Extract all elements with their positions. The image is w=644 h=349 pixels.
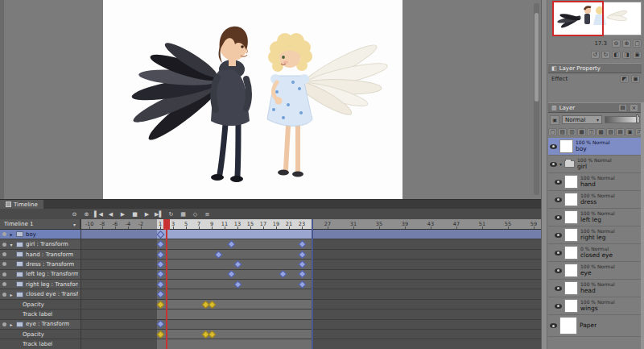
- timeline-track-row[interactable]: [80, 320, 541, 330]
- timeline-track-label[interactable]: right leg : Transform: [0, 280, 80, 289]
- layer-row[interactable]: Paper: [548, 315, 642, 337]
- track-caret-icon[interactable]: ▸: [9, 322, 14, 327]
- track-enable-icon[interactable]: [2, 322, 6, 326]
- clip-to-layer-below-icon[interactable]: ▩: [597, 128, 605, 136]
- timeline-track-label[interactable]: left leg : Transform: [0, 270, 80, 280]
- layer-property-header[interactable]: ◧ Layer Property: [548, 63, 642, 73]
- timeline-track-row[interactable]: [80, 300, 541, 310]
- timeline-track-label[interactable]: hand : Transform: [0, 250, 80, 260]
- timeline-track-area[interactable]: [80, 230, 541, 349]
- blend-mode-select[interactable]: Normal ▾: [562, 115, 602, 124]
- timeline-track-label[interactable]: ▾girl : Transform: [0, 239, 80, 249]
- timeline-track-label[interactable]: ▸closed eye : Transform: [0, 289, 80, 299]
- new-raster-layer-icon[interactable]: ▢: [548, 128, 557, 136]
- timeline-track-row[interactable]: [80, 280, 541, 289]
- canvas-document[interactable]: [103, 0, 402, 199]
- visibility-eye-icon[interactable]: [555, 268, 562, 273]
- visibility-eye-icon[interactable]: [550, 323, 557, 328]
- visibility-eye-icon[interactable]: [555, 286, 562, 291]
- visibility-eye-icon[interactable]: [555, 304, 562, 309]
- timeline-track-row[interactable]: [80, 260, 541, 269]
- nav-rotate-right-icon[interactable]: ↻: [601, 51, 610, 59]
- skip-to-end-icon[interactable]: ▶▌: [154, 210, 164, 218]
- stop-icon[interactable]: ■: [130, 210, 140, 218]
- new-folder-icon[interactable]: ▥: [568, 128, 576, 136]
- timeline-track-label[interactable]: ▸boy: [0, 230, 80, 239]
- layer-row[interactable]: 100 % Normalboy: [548, 138, 642, 156]
- timeline-selector-dropdown[interactable]: Timeline 1 ▾: [0, 219, 80, 230]
- layer-row[interactable]: 100 % Normalwings: [548, 297, 642, 315]
- timeline-track-row[interactable]: [80, 270, 541, 280]
- timeline-track-row[interactable]: [80, 330, 541, 339]
- timeline-track-row[interactable]: [80, 250, 541, 260]
- canvas-vertical-scrollbar-thumb[interactable]: [535, 13, 539, 102]
- zoom-out-icon[interactable]: ⊖: [69, 210, 80, 218]
- onion-skin-icon[interactable]: ▦: [178, 210, 188, 218]
- lock-layer-icon[interactable]: ▨: [606, 128, 615, 136]
- track-enable-icon[interactable]: [2, 282, 6, 286]
- timeline-track-label[interactable]: Opacity: [0, 300, 80, 310]
- nav-fit-screen-icon[interactable]: ▢: [633, 39, 642, 48]
- nav-flip-vertical-icon[interactable]: ◨: [622, 51, 631, 59]
- timeline-tab[interactable]: Timeline: [0, 200, 43, 209]
- nav-zoom-in-icon[interactable]: ⊕: [622, 39, 631, 48]
- track-enable-icon[interactable]: [2, 293, 6, 297]
- layer-row[interactable]: 100 % Normalright leg: [548, 226, 642, 244]
- layer-list-scrollbar[interactable]: [641, 102, 644, 349]
- nav-rotate-left-icon[interactable]: ↺: [591, 51, 600, 59]
- nav-reset-icon[interactable]: ▣: [633, 51, 642, 59]
- transfer-layer-icon[interactable]: ▦: [577, 128, 586, 136]
- enable-mask-icon[interactable]: ▣: [625, 128, 634, 136]
- timeline-track-label[interactable]: dress : Transform: [0, 260, 80, 269]
- timeline-track-label[interactable]: ▸eye : Transform: [0, 320, 80, 330]
- canvas-area[interactable]: [0, 0, 541, 199]
- timeline-frame-ruler[interactable]: -12-10-8-6-4-213579111315171921232731353…: [80, 219, 541, 230]
- layer-row[interactable]: ▾100 % Normalgirl: [548, 156, 642, 173]
- timeline-track-label[interactable]: Track label: [0, 339, 80, 349]
- visibility-eye-icon[interactable]: [550, 144, 557, 149]
- timeline-track-row[interactable]: [80, 230, 541, 239]
- timeline-track-row[interactable]: [80, 239, 541, 249]
- layer-row[interactable]: 100 % Normaldress: [548, 191, 642, 209]
- combine-layer-icon[interactable]: ◫: [587, 128, 596, 136]
- track-enable-icon[interactable]: [2, 232, 6, 236]
- lock-transparent-pixels-icon[interactable]: ▤: [616, 128, 625, 136]
- layer-row[interactable]: 100 % Normalhead: [548, 280, 642, 297]
- layer-panel-menu-icon[interactable]: ▤: [618, 104, 627, 112]
- panel-edge-scrollbar[interactable]: [542, 0, 547, 349]
- layer-row[interactable]: 0 % Normalclosed eye: [548, 244, 642, 262]
- add-keyframe-icon[interactable]: ◇: [190, 210, 200, 218]
- visibility-eye-icon[interactable]: [555, 233, 562, 238]
- timeline-track-label[interactable]: Track label: [0, 310, 80, 319]
- navigator-view-rect[interactable]: [552, 1, 604, 36]
- border-effect-icon[interactable]: ◩: [620, 75, 629, 83]
- visibility-eye-icon[interactable]: [555, 197, 562, 202]
- track-caret-icon[interactable]: ▾: [9, 242, 14, 247]
- navigator-thumbnail[interactable]: [553, 2, 642, 35]
- loop-playback-icon[interactable]: ↻: [166, 210, 176, 218]
- expression-color-icon[interactable]: ▣: [631, 75, 640, 83]
- visibility-eye-icon[interactable]: [555, 215, 562, 220]
- layer-row[interactable]: 100 % Normalleft leg: [548, 209, 642, 226]
- timeline-track-label[interactable]: Opacity: [0, 330, 80, 339]
- nav-zoom-out-icon[interactable]: ⊖: [612, 39, 621, 48]
- visibility-eye-icon[interactable]: [555, 251, 562, 256]
- previous-frame-icon[interactable]: ◀: [105, 210, 116, 218]
- playhead-marker[interactable]: [163, 219, 170, 230]
- layer-panel-header[interactable]: ▥ Layer ▤×: [548, 102, 642, 113]
- layer-opacity-slider[interactable]: [605, 116, 640, 123]
- track-enable-icon[interactable]: [2, 252, 6, 256]
- skip-to-start-icon[interactable]: ▌◀: [93, 210, 104, 218]
- new-vector-layer-icon[interactable]: ▧: [558, 128, 567, 136]
- timeline-track-row[interactable]: [80, 289, 541, 299]
- track-enable-icon[interactable]: [2, 243, 6, 247]
- layer-row[interactable]: 100 % Normalhand: [548, 173, 642, 191]
- next-frame-icon[interactable]: ▶: [142, 210, 152, 218]
- zoom-in-icon[interactable]: ⊕: [81, 210, 92, 218]
- folder-caret-icon[interactable]: ▾: [559, 161, 562, 167]
- track-enable-icon[interactable]: [2, 272, 6, 276]
- visibility-eye-icon[interactable]: [555, 180, 562, 185]
- opacity-slider-handle[interactable]: [636, 114, 638, 123]
- track-caret-icon[interactable]: ▸: [9, 292, 14, 297]
- canvas-vertical-scrollbar[interactable]: [534, 3, 539, 195]
